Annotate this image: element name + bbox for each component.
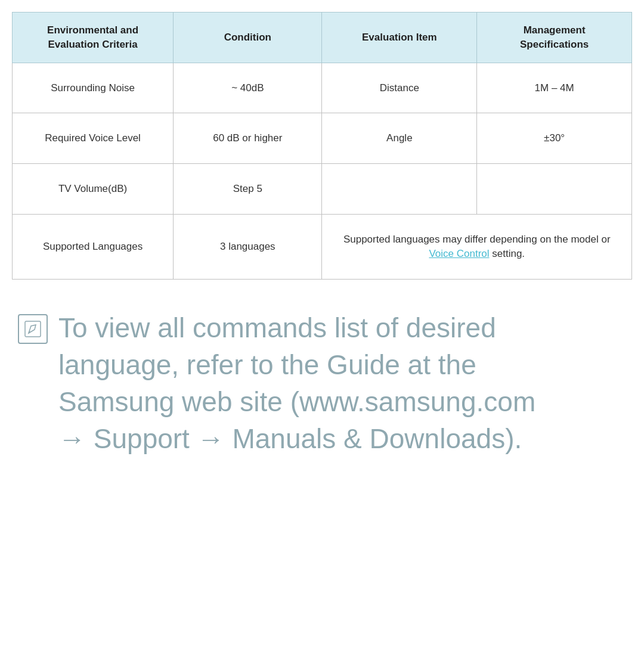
note-line-4: → Support → Manuals & Downloads). (58, 420, 626, 457)
note-line-3: Samsung web site (www.samsung.com (58, 383, 626, 420)
cell-evaluation-1: Distance (322, 63, 477, 113)
cell-criteria-3: TV Volume(dB) (13, 164, 174, 215)
table-row: Supported Languages 3 languages Supporte… (13, 214, 632, 279)
cell-management-3 (477, 164, 632, 215)
pencil-icon (24, 320, 42, 338)
note-section: To view all commands list of desired lan… (12, 303, 632, 457)
note-line-1: To view all commands list of desired (58, 309, 626, 346)
cell-evaluation-note: Supported languages may differ depending… (322, 214, 632, 279)
note-after-text: setting. (490, 248, 525, 259)
cell-evaluation-3 (322, 164, 477, 215)
cell-evaluation-2: Angle (322, 113, 477, 164)
table-row: TV Volume(dB) Step 5 (13, 164, 632, 215)
table-row: Required Voice Level 60 dB or higher Ang… (13, 113, 632, 164)
cell-condition-1: ~ 40dB (174, 63, 322, 113)
cell-condition-3: Step 5 (174, 164, 322, 215)
header-management: Management Specifications (477, 13, 632, 63)
cell-condition-2: 60 dB or higher (174, 113, 322, 164)
note-icon (18, 314, 48, 344)
cell-management-1: 1M – 4M (477, 63, 632, 113)
note-body: To view all commands list of desired lan… (58, 309, 626, 457)
voice-control-link[interactable]: Voice Control (429, 248, 489, 259)
header-criteria: Environmental and Evaluation Criteria (13, 13, 174, 63)
specifications-table: Environmental and Evaluation Criteria Co… (12, 12, 632, 280)
header-condition: Condition (174, 13, 322, 63)
cell-management-2: ±30° (477, 113, 632, 164)
header-evaluation: Evaluation Item (322, 13, 477, 63)
note-line-2: language, refer to the Guide at the (58, 346, 626, 383)
cell-criteria-1: Surrounding Noise (13, 63, 174, 113)
cell-criteria-4: Supported Languages (13, 214, 174, 279)
cell-condition-4: 3 languages (174, 214, 322, 279)
table-row: Surrounding Noise ~ 40dB Distance 1M – 4… (13, 63, 632, 113)
note-plain-text: Supported languages may differ depending… (343, 234, 611, 245)
svg-rect-0 (25, 321, 41, 337)
cell-criteria-2: Required Voice Level (13, 113, 174, 164)
